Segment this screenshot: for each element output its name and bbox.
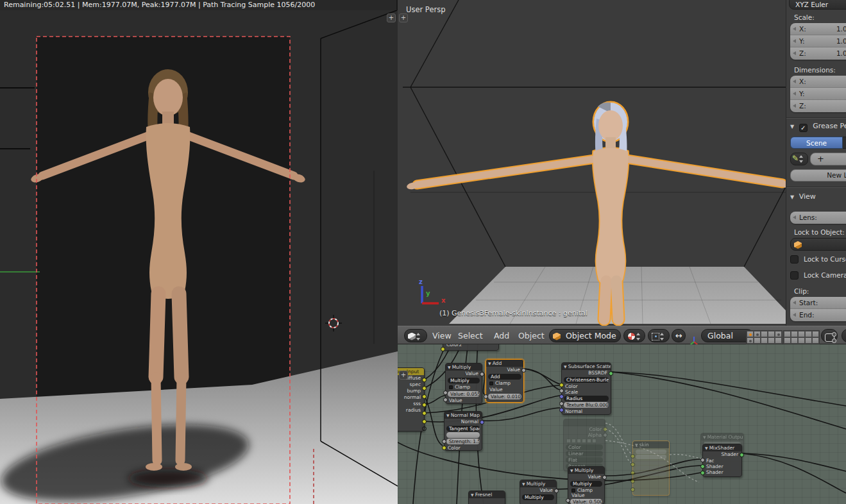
layer-cell[interactable]: [747, 331, 754, 337]
decrement-icon[interactable]: [793, 104, 796, 108]
node-fresnel[interactable]: ▼Fresnel: [468, 491, 505, 504]
view-panel-header[interactable]: ▼ View: [790, 192, 816, 201]
render-preview-canvas[interactable]: [0, 10, 398, 504]
menu-add[interactable]: Add: [491, 326, 512, 345]
layer-cell[interactable]: [784, 337, 791, 344]
node-mix-partial[interactable]: Color2: [443, 344, 499, 351]
input-socket[interactable]: [630, 479, 635, 483]
layer-cell[interactable]: [761, 331, 768, 337]
falloff-dropdown[interactable]: Christensen-Burley: [564, 377, 609, 383]
layers-widget-group1[interactable]: [746, 330, 783, 344]
decrement-icon[interactable]: [793, 51, 796, 55]
menu-object[interactable]: Object: [516, 326, 547, 345]
lock-to-cursor-checkbox[interactable]: [790, 255, 799, 264]
operation-dropdown[interactable]: Multiply: [570, 481, 602, 487]
lens-slider[interactable]: Lens:: [790, 212, 846, 224]
layers-widget-group2[interactable]: [783, 330, 820, 344]
empty-socket[interactable]: [422, 426, 427, 431]
collapse-icon[interactable]: ▼: [790, 124, 794, 130]
input-socket[interactable]: [559, 394, 564, 399]
layer-cell[interactable]: [768, 337, 775, 344]
texture-blur-slider[interactable]: Texture Blu:0.000: [564, 402, 609, 408]
new-layer-button[interactable]: New Layer: [790, 169, 846, 181]
input-socket[interactable]: [559, 401, 564, 406]
output-socket[interactable]: [603, 427, 607, 432]
output-socket[interactable]: [609, 371, 613, 376]
input-socket[interactable]: [630, 462, 635, 467]
output-socket[interactable]: [422, 403, 427, 407]
node-multiply[interactable]: ▼Multiply Value Multiply Clamp Value Val…: [568, 466, 605, 504]
clamp-checkbox[interactable]: [489, 382, 493, 385]
lock-to-object-dropdown[interactable]: [790, 238, 846, 251]
output-socket[interactable]: [603, 433, 607, 437]
node-mix-shader[interactable]: ▼MixShader Shader Fac Shader Shader: [702, 444, 742, 477]
layer-cell[interactable]: [775, 331, 782, 337]
grease-pencil-checkbox[interactable]: ✓: [799, 124, 808, 132]
operation-dropdown[interactable]: Multiply: [522, 494, 554, 500]
strength-slider[interactable]: Strength: 1.500: [446, 439, 480, 444]
manipulator-toggle[interactable]: ↔: [672, 329, 686, 342]
output-socket[interactable]: [521, 368, 526, 373]
layer-cell[interactable]: [754, 331, 761, 337]
layer-cell[interactable]: [812, 337, 819, 344]
clip-end-slider[interactable]: End:: [790, 309, 846, 321]
output-socket[interactable]: [554, 489, 559, 493]
value-slider[interactable]: Value: 0.500: [570, 499, 602, 504]
layer-cell[interactable]: [805, 337, 812, 344]
clamp-checkbox[interactable]: [449, 385, 453, 389]
scale-z-field[interactable]: Z:1.000: [790, 47, 846, 60]
grease-pencil-panel-header[interactable]: ▼ ✓ Grease Pencil: [790, 122, 846, 132]
layer-cell[interactable]: [768, 331, 775, 337]
rotation-mode-dropdown[interactable]: XYZ Euler: [789, 0, 846, 10]
operation-dropdown[interactable]: Add: [488, 374, 521, 380]
input-socket[interactable]: [442, 446, 446, 450]
input-socket[interactable]: [630, 487, 635, 492]
layer-cell[interactable]: [805, 331, 812, 337]
layer-cell[interactable]: [761, 337, 768, 344]
clamp-checkbox[interactable]: [571, 489, 575, 492]
layer-cell[interactable]: [798, 337, 805, 344]
color-space-dropdown[interactable]: Color: [566, 444, 603, 450]
node-subsurface-scattering[interactable]: ▼Subsurface Scattering BSSRDF Christense…: [561, 362, 611, 415]
space-dropdown[interactable]: Tangent Space: [446, 426, 480, 432]
expand-node-panel-button[interactable]: +: [399, 371, 408, 380]
dim-y-field[interactable]: Y:: [790, 88, 846, 100]
input-socket[interactable]: [630, 471, 635, 475]
input-socket[interactable]: [559, 383, 564, 387]
node-multiply[interactable]: ▼Multiply Value Multiply Clamp Value: 0.…: [445, 363, 482, 404]
grease-pencil-object-tab[interactable]: [843, 137, 846, 149]
decrement-icon[interactable]: [793, 80, 796, 83]
output-socket[interactable]: [422, 386, 427, 391]
lock-camera-checkbox[interactable]: [790, 271, 799, 280]
input-socket[interactable]: [700, 471, 705, 475]
node-editor[interactable]: Color2 ▼Group Input diffuse spec bump no…: [398, 344, 846, 504]
radius-dropdown[interactable]: Radius: [564, 396, 609, 401]
layer-cell[interactable]: [798, 331, 805, 337]
decrement-icon[interactable]: [793, 27, 796, 31]
node-normal-map[interactable]: ▼Normal Map Normal Tangent Space Strengt…: [444, 411, 482, 451]
opengl-render-button[interactable]: [842, 329, 846, 342]
operation-dropdown[interactable]: Multiply: [448, 378, 480, 383]
decrement-icon[interactable]: [793, 313, 796, 317]
value-slider[interactable]: Value: 0.055: [448, 391, 480, 397]
output-socket[interactable]: [740, 453, 744, 457]
output-socket[interactable]: [480, 372, 484, 376]
3d-viewport[interactable]: z y x User Persp (1) Genesis3Female-skin…: [398, 0, 846, 326]
scale-x-field[interactable]: X:1.000: [790, 23, 846, 35]
input-socket[interactable]: [559, 389, 564, 393]
node-skin-group-muted[interactable]: ▼skin: [632, 441, 670, 496]
layer-cell[interactable]: [775, 337, 782, 344]
scale-y-field[interactable]: Y:1.000: [790, 35, 846, 47]
output-socket[interactable]: [422, 411, 427, 416]
input-socket[interactable]: [484, 394, 488, 399]
node-add-selected[interactable]: ▼Add Value Add Clamp Value Value: 0.010: [486, 359, 524, 403]
output-socket[interactable]: [422, 394, 427, 399]
dim-x-field[interactable]: X:: [790, 76, 846, 88]
input-socket[interactable]: [443, 391, 448, 395]
layer-cell[interactable]: [812, 331, 819, 337]
output-socket[interactable]: [602, 475, 607, 480]
input-socket[interactable]: [443, 398, 448, 402]
expand-toolshelf-button[interactable]: +: [399, 13, 408, 22]
expand-region-button[interactable]: +: [387, 13, 396, 22]
grease-pencil-draw-button[interactable]: ✎: [790, 153, 808, 165]
